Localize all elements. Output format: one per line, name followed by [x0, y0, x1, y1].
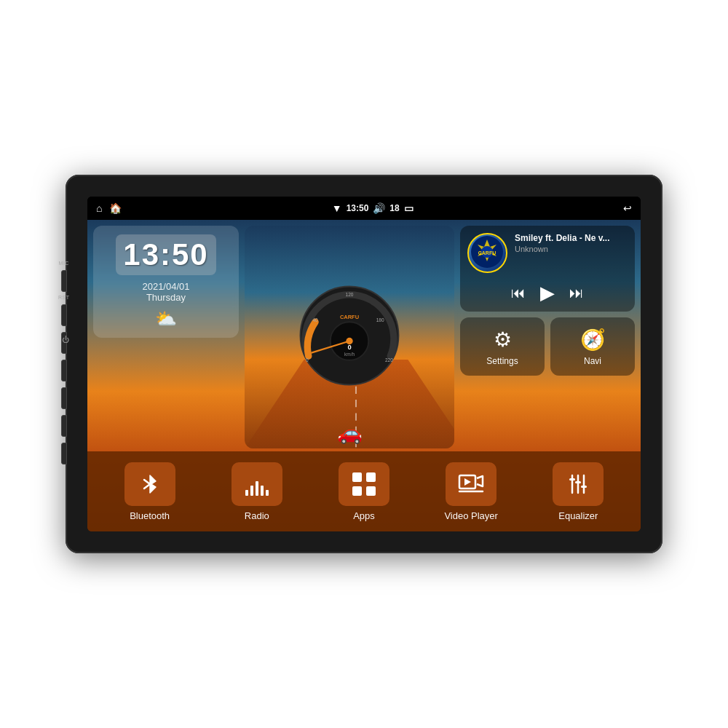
music-info: Smiley ft. Delia - Ne v... Unknown	[515, 233, 628, 253]
home-icon[interactable]: ⌂	[96, 202, 102, 214]
svg-text:km/h: km/h	[344, 352, 355, 357]
battery-icon: ▭	[404, 202, 414, 214]
music-top: CARFU Smiley ft. Delia - Ne v... Unknown	[467, 233, 628, 273]
svg-text:120: 120	[346, 292, 354, 297]
svg-rect-32	[581, 486, 587, 488]
weather-icon: ⛅	[155, 309, 177, 329]
power-icon: ⏻	[62, 336, 66, 344]
svg-text:180: 180	[376, 317, 384, 323]
svg-rect-22	[352, 472, 362, 482]
radio-button[interactable]: Radio	[221, 462, 293, 521]
status-left: ⌂ 🏠	[96, 202, 122, 214]
home2-icon[interactable]: 🏠	[109, 202, 122, 214]
rst-button[interactable]	[61, 304, 67, 326]
radio-label: Radio	[245, 510, 269, 521]
apps-icon	[351, 471, 377, 497]
road-scene: 0 40 120 180 220 0	[245, 226, 454, 448]
music-widget: CARFU Smiley ft. Delia - Ne v... Unknown…	[460, 226, 635, 312]
music-controls: ⏮ ▶ ⏭	[467, 282, 628, 304]
vol-up-button[interactable]	[61, 415, 67, 437]
svg-rect-34	[575, 481, 581, 483]
car-head-unit: MIC RST ⏻ ⌂ 🏠 ▼ 13:50 🔊 18 ▭	[66, 175, 662, 553]
apps-button[interactable]: Apps	[328, 462, 400, 521]
svg-text:220: 220	[385, 357, 393, 363]
equalizer-icon-box	[553, 462, 604, 506]
radio-icon	[244, 472, 270, 496]
clock-date: 2021/04/01 Thursday	[142, 281, 189, 303]
svg-text:CARFU: CARFU	[478, 250, 496, 256]
equalizer-button[interactable]: Equalizer	[542, 462, 614, 521]
video-icon-box	[446, 462, 496, 506]
video-player-icon	[458, 472, 484, 496]
power-button[interactable]: ⏻	[61, 332, 67, 354]
settings-label: Settings	[486, 356, 518, 366]
svg-rect-19	[256, 481, 258, 496]
album-art: CARFU	[467, 233, 507, 273]
status-right: ↩	[623, 202, 632, 214]
clock-widget: 13:50 2021/04/01 Thursday ⛅	[93, 226, 239, 338]
top-section: 13:50 2021/04/01 Thursday ⛅	[87, 220, 641, 451]
screen: ⌂ 🏠 ▼ 13:50 🔊 18 ▭ ↩ 13:50	[87, 197, 641, 531]
svg-text:CARFU: CARFU	[340, 314, 359, 320]
speedometer: 0 40 120 180 220 0	[295, 281, 404, 393]
bluetooth-button[interactable]: Bluetooth	[114, 462, 186, 521]
svg-rect-24	[352, 486, 362, 496]
right-column: CARFU Smiley ft. Delia - Ne v... Unknown…	[460, 226, 635, 448]
bluetooth-label: Bluetooth	[130, 510, 170, 521]
apps-label: Apps	[353, 510, 375, 521]
svg-text:40: 40	[312, 317, 318, 323]
equalizer-icon	[565, 472, 591, 496]
status-bar: ⌂ 🏠 ▼ 13:50 🔊 18 ▭ ↩	[87, 197, 641, 220]
svg-rect-18	[250, 486, 253, 496]
navi-icon: 🧭	[580, 328, 606, 352]
back-side-button[interactable]	[61, 387, 67, 409]
svg-rect-25	[366, 486, 376, 496]
wifi-icon: ▼	[332, 202, 342, 214]
apps-icon-box	[339, 462, 389, 506]
back-icon[interactable]: ↩	[623, 202, 632, 214]
equalizer-label: Equalizer	[558, 510, 598, 521]
settings-navi-row: ⚙ Settings 🧭 Navi	[460, 317, 635, 376]
status-center: ▼ 13:50 🔊 18 ▭	[332, 202, 414, 214]
mic-label: MIC	[59, 261, 69, 266]
volume-level: 18	[389, 203, 399, 213]
navi-button[interactable]: 🧭 Navi	[550, 317, 635, 376]
svg-rect-20	[261, 486, 264, 496]
settings-icon: ⚙	[494, 328, 512, 352]
svg-text:0: 0	[347, 344, 351, 351]
main-content: 13:50 2021/04/01 Thursday ⛅	[87, 220, 641, 531]
left-column: 13:50 2021/04/01 Thursday ⛅	[93, 226, 239, 448]
svg-rect-23	[366, 472, 376, 482]
svg-rect-30	[569, 478, 575, 480]
music-title: Smiley ft. Delia - Ne v...	[515, 233, 628, 243]
bottom-bar: Bluetooth Radio	[87, 451, 641, 531]
side-button-panel: MIC RST ⏻	[58, 261, 70, 467]
car-icon: 🚗	[337, 421, 363, 445]
date-value: 2021/04/01	[142, 281, 189, 292]
clock-time: 13:50	[116, 234, 215, 275]
rst-label: RST	[58, 295, 70, 300]
svg-text:0: 0	[306, 357, 309, 363]
day-value: Thursday	[146, 292, 186, 303]
bluetooth-icon	[138, 472, 162, 496]
svg-rect-21	[266, 490, 269, 496]
mic-button[interactable]	[61, 270, 67, 292]
home-side-button[interactable]	[61, 360, 67, 381]
navi-label: Navi	[584, 356, 601, 366]
status-time: 13:50	[347, 203, 369, 213]
play-button[interactable]: ▶	[540, 282, 555, 304]
prev-button[interactable]: ⏮	[511, 285, 526, 301]
carfu-logo-text: CARFU	[471, 236, 504, 270]
speedo-svg: 0 40 120 180 220 0	[295, 281, 404, 390]
vol-down-button[interactable]	[61, 443, 67, 464]
music-artist: Unknown	[515, 245, 628, 253]
video-player-button[interactable]: Video Player	[435, 462, 507, 521]
svg-rect-17	[245, 490, 248, 496]
volume-icon: 🔊	[373, 202, 385, 214]
radio-icon-box	[232, 462, 282, 506]
video-player-label: Video Player	[444, 510, 497, 521]
svg-marker-27	[464, 478, 471, 486]
next-button[interactable]: ⏭	[569, 285, 584, 301]
settings-button[interactable]: ⚙ Settings	[460, 317, 545, 376]
bluetooth-icon-box	[124, 462, 175, 506]
